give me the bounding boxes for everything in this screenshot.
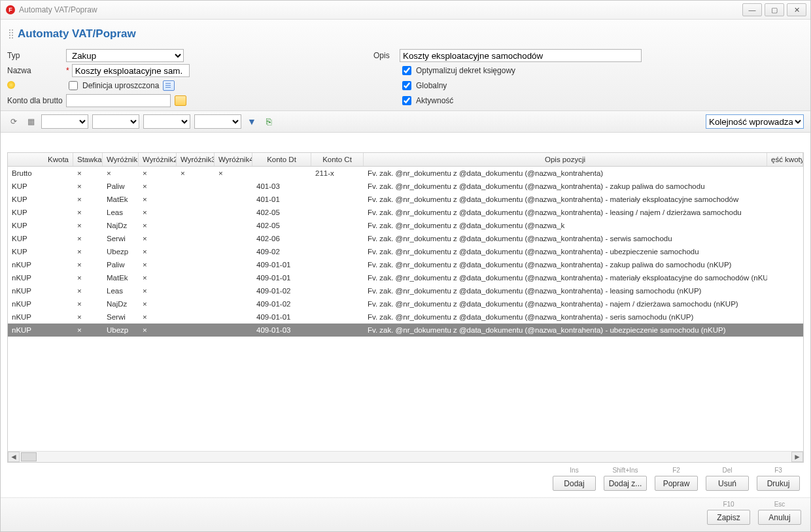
- filter-select-1[interactable]: [41, 114, 88, 129]
- filter-select-2[interactable]: [92, 114, 139, 129]
- globalny-label: Globalny: [416, 81, 447, 90]
- col-w1[interactable]: Wyróżnik1: [103, 153, 139, 166]
- cell: ×: [73, 261, 103, 269]
- cell: nKUP: [8, 287, 73, 295]
- col-w4[interactable]: Wyróżnik4: [215, 153, 252, 166]
- table-row[interactable]: Brutto×××××211-xFv. zak. @nr_dokumentu z…: [8, 167, 803, 180]
- cell: nKUP: [8, 261, 73, 269]
- table-row[interactable]: nKUP×NajDz×409-01-02Fv. zak. @nr_dokumen…: [8, 297, 803, 310]
- scroll-right-icon[interactable]: ►: [791, 452, 803, 462]
- popraw-button[interactable]: Popraw: [655, 476, 698, 491]
- dodaj-z-button[interactable]: Dodaj z...: [604, 476, 647, 491]
- cell: ×: [139, 208, 177, 216]
- dodaj-button[interactable]: Dodaj: [553, 476, 596, 491]
- aktywnosc-input[interactable]: [402, 96, 411, 105]
- cell: ×: [73, 313, 103, 321]
- globalny-checkbox[interactable]: Globalny: [400, 79, 447, 92]
- col-kwota[interactable]: Kwota: [8, 153, 73, 166]
- table-row[interactable]: KUP×MatEk×401-01Fv. zak. @nr_dokumentu z…: [8, 193, 803, 206]
- konto-brutto-input[interactable]: [66, 94, 171, 107]
- clear-filter-icon[interactable]: ▦: [24, 115, 37, 128]
- anuluj-button[interactable]: Anuluj: [758, 510, 801, 525]
- grid-buttons: InsDodaj Shift+InsDodaj z... F2Popraw De…: [7, 463, 804, 492]
- cell: Ubezp: [103, 326, 139, 334]
- aktywnosc-checkbox[interactable]: Aktywność: [400, 94, 453, 107]
- table-row[interactable]: KUP×Serwi×402-06Fv. zak. @nr_dokumentu z…: [8, 232, 803, 245]
- refresh-icon[interactable]: ⟳: [7, 115, 20, 128]
- table-row[interactable]: nKUP×Leas×409-01-02Fv. zak. @nr_dokument…: [8, 284, 803, 297]
- grid-body[interactable]: Brutto×××××211-xFv. zak. @nr_dokumentu z…: [8, 167, 803, 451]
- filter-select-4[interactable]: [194, 114, 241, 129]
- col-opis[interactable]: Opis pozycji: [364, 153, 767, 166]
- col-konto-dt[interactable]: Konto Dt: [252, 153, 311, 166]
- status-cell: [7, 81, 66, 91]
- funnel-icon[interactable]: ▼: [245, 115, 258, 128]
- def-uproszczona-checkbox[interactable]: Definicja uproszczona: [66, 79, 159, 92]
- cell: Paliw: [103, 182, 139, 190]
- cell: 402-05: [252, 208, 311, 216]
- cell: nKUP: [8, 300, 73, 308]
- cell: 409-01-01: [252, 261, 311, 269]
- cell: NajDz: [103, 300, 139, 308]
- scroll-left-icon[interactable]: ◄: [8, 452, 20, 462]
- table-row[interactable]: KUP×Ubezp×409-02Fv. zak. @nr_dokumentu z…: [8, 245, 803, 258]
- def-uproszczona-input[interactable]: [69, 81, 78, 90]
- cell: KUP: [8, 222, 73, 229]
- col-stawka[interactable]: Stawka: [73, 153, 103, 166]
- zapisz-hint: F10: [723, 501, 734, 508]
- cell: 402-05: [252, 222, 311, 229]
- anuluj-hint: Esc: [774, 501, 785, 508]
- nazwa-label: Nazwa: [7, 66, 66, 75]
- nazwa-input[interactable]: [72, 64, 190, 77]
- cell: MatEk: [103, 274, 139, 282]
- table-row[interactable]: nKUP×Ubezp×409-01-03Fv. zak. @nr_dokumen…: [8, 324, 803, 337]
- sort-select[interactable]: Kolejność wprowadzania: [706, 114, 804, 129]
- cell: ×: [139, 287, 177, 295]
- col-kwoty[interactable]: ęść kwoty: [767, 153, 803, 166]
- cell: ×: [103, 169, 139, 177]
- globalny-input[interactable]: [402, 81, 411, 90]
- grid-hscroll[interactable]: ◄ ►: [8, 451, 803, 462]
- table-row[interactable]: KUP×NajDz×402-05Fv. zak. @nr_dokumentu z…: [8, 219, 803, 232]
- table-row[interactable]: nKUP×Paliw×409-01-01Fv. zak. @nr_dokumen…: [8, 258, 803, 271]
- cell: Fv. zak. @nr_dokumentu z @data_dokumentu…: [364, 182, 767, 190]
- filter-toolbar: ⟳ ▦ ▼ ⎘ Kolejność wprowadzania: [1, 111, 810, 133]
- cell: Fv. zak. @nr_dokumentu z @data_dokumentu…: [364, 195, 767, 203]
- opis-input[interactable]: [400, 49, 642, 62]
- table-row[interactable]: nKUP×MatEk×409-01-01Fv. zak. @nr_dokumen…: [8, 271, 803, 284]
- cell: KUP: [8, 235, 73, 242]
- cell: Serwi: [103, 313, 139, 321]
- minimize-button[interactable]: —: [742, 3, 762, 16]
- dodajz-hint: Shift+Ins: [612, 467, 638, 474]
- note-icon[interactable]: [163, 80, 175, 91]
- cell: 211-x: [311, 169, 364, 177]
- usun-button[interactable]: Usuń: [706, 476, 749, 491]
- table-row[interactable]: KUP×Leas×402-05Fv. zak. @nr_dokumentu z …: [8, 206, 803, 219]
- col-w3[interactable]: Wyróżnik3: [177, 153, 215, 166]
- drukuj-button[interactable]: Drukuj: [757, 476, 800, 491]
- scroll-thumb[interactable]: [21, 452, 37, 461]
- def-uproszczona-label: Definicja uproszczona: [82, 81, 159, 90]
- dodaj-hint: Ins: [570, 467, 578, 474]
- folder-icon[interactable]: [175, 95, 186, 106]
- maximize-button[interactable]: ▢: [765, 3, 784, 16]
- cell: NajDz: [103, 222, 139, 229]
- table-row[interactable]: KUP×Paliw×401-03Fv. zak. @nr_dokumentu z…: [8, 180, 803, 193]
- col-konto-ct[interactable]: Konto Ct: [311, 153, 364, 166]
- optymalizuj-input[interactable]: [402, 66, 411, 75]
- export-icon[interactable]: ⎘: [262, 115, 275, 128]
- filter-select-3[interactable]: [143, 114, 190, 129]
- col-w2[interactable]: Wyróżnik2: [139, 153, 177, 166]
- cell: ×: [73, 274, 103, 282]
- close-button[interactable]: ✕: [787, 3, 806, 16]
- cell: ×: [177, 169, 215, 177]
- cell: nKUP: [8, 274, 73, 282]
- zapisz-button[interactable]: Zapisz: [707, 510, 750, 525]
- optymalizuj-checkbox[interactable]: Optymalizuj dekret księgowy: [400, 64, 515, 77]
- cell: MatEk: [103, 195, 139, 203]
- cell: Fv. zak. @nr_dokumentu z @data_dokumentu…: [364, 235, 767, 242]
- cell: ×: [73, 300, 103, 308]
- typ-select[interactable]: Zakup: [66, 49, 184, 62]
- table-row[interactable]: nKUP×Serwi×409-01-01Fv. zak. @nr_dokumen…: [8, 310, 803, 324]
- data-grid: Kwota Stawka Wyróżnik1 Wyróżnik2 Wyróżni…: [7, 152, 804, 463]
